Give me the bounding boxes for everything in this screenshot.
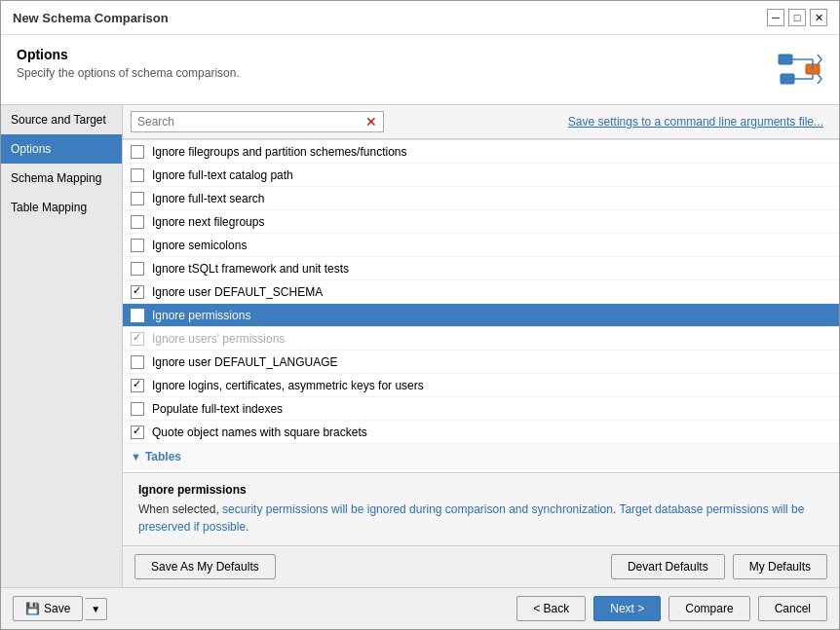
opt8-checkbox[interactable]: [131, 309, 144, 322]
option-row-ignore-users-permissions: Ignore users' permissions: [123, 327, 839, 351]
header-section: Options Specify the options of schema co…: [1, 35, 839, 104]
sidebar: Source and Target Options Schema Mapping…: [1, 105, 123, 587]
option-row-ignore-fulltext-catalog: Ignore full-text catalog path: [123, 164, 839, 187]
sidebar-item-schema-mapping[interactable]: Schema Mapping: [1, 164, 122, 193]
save-button[interactable]: 💾 Save: [13, 596, 83, 621]
search-bar: ✕ Save settings to a command line argume…: [123, 105, 839, 139]
opt9-checkbox[interactable]: [131, 332, 144, 346]
main-content: Source and Target Options Schema Mapping…: [1, 104, 839, 587]
dropdown-arrow-icon: ▼: [91, 604, 100, 614]
next-button[interactable]: Next >: [593, 596, 661, 621]
main-window: New Schema Comparison ─ □ ✕ Options Spec…: [0, 0, 840, 630]
opt3-checkbox[interactable]: [131, 192, 144, 205]
compare-button[interactable]: Compare: [668, 596, 749, 621]
devart-defaults-button[interactable]: Devart Defaults: [611, 554, 725, 579]
opt5-checkbox[interactable]: [131, 239, 144, 252]
footer: 💾 Save ▼ < Back Next > Compare Cancel: [1, 587, 839, 629]
button-row: Save As My Defaults Devart Defaults My D…: [123, 545, 839, 587]
options-list: Ignore filegroups and partition schemes/…: [123, 139, 839, 472]
option-row-ignore-logins: Ignore logins, certificates, asymmetric …: [123, 374, 839, 397]
opt6-checkbox[interactable]: [131, 262, 144, 276]
content-area: ✕ Save settings to a command line argume…: [123, 105, 839, 587]
sidebar-item-table-mapping[interactable]: Table Mapping: [1, 193, 122, 222]
svg-rect-0: [779, 55, 792, 64]
opt11-checkbox[interactable]: [131, 379, 144, 392]
option-row-ignore-user-default-schema: Ignore user DEFAULT_SCHEMA: [123, 280, 839, 304]
description-title: Ignore permissions: [138, 483, 823, 497]
minimize-button[interactable]: ─: [767, 9, 784, 26]
schema-icon: [777, 47, 823, 93]
section-arrow-icon: ▼: [131, 451, 141, 463]
opt2-checkbox[interactable]: [131, 168, 144, 182]
title-controls: ─ □ ✕: [767, 9, 827, 26]
save-cmd-link[interactable]: Save settings to a command line argument…: [568, 115, 823, 129]
option-row-ignore-filegroups: Ignore filegroups and partition schemes/…: [123, 140, 839, 164]
svg-rect-1: [781, 74, 794, 84]
search-input[interactable]: [132, 112, 360, 131]
opt7-checkbox[interactable]: [131, 285, 144, 299]
maximize-button[interactable]: □: [788, 9, 806, 26]
window-title: New Schema Comparison: [13, 11, 169, 25]
opt13-checkbox[interactable]: [131, 426, 144, 439]
opt10-checkbox[interactable]: [131, 355, 144, 369]
option-row-quote-object-names: Quote object names with square brackets: [123, 421, 839, 444]
tables-section-header[interactable]: ▼ Tables: [123, 444, 839, 469]
cancel-button[interactable]: Cancel: [758, 596, 827, 621]
option-row-ignore-semicolons: Ignore semicolons: [123, 234, 839, 257]
title-bar: New Schema Comparison ─ □ ✕: [1, 1, 839, 35]
save-dropdown-button[interactable]: ▼: [85, 598, 107, 620]
description-panel: Ignore permissions When selected, securi…: [123, 472, 839, 545]
back-button[interactable]: < Back: [516, 596, 586, 621]
option-row-ignore-tsqlt: Ignore tSQLt framework and unit tests: [123, 257, 839, 280]
option-row-populate-fulltext: Populate full-text indexes: [123, 397, 839, 421]
option-row-ignore-user-default-lang: Ignore user DEFAULT_LANGUAGE: [123, 351, 839, 374]
description-text: When selected, security permissions will…: [138, 500, 823, 536]
save-as-defaults-button[interactable]: Save As My Defaults: [134, 554, 276, 579]
sidebar-item-source-target[interactable]: Source and Target: [1, 105, 122, 134]
opt4-checkbox[interactable]: [131, 215, 144, 229]
option-row-ignore-fulltext-search: Ignore full-text search: [123, 187, 839, 210]
header-icon: [777, 47, 823, 96]
opt12-checkbox[interactable]: [131, 402, 144, 416]
option-row-ignore-next-filegroups: Ignore next filegroups: [123, 210, 839, 234]
option-row-ignore-permissions[interactable]: Ignore permissions: [123, 304, 839, 327]
search-input-wrap: ✕: [131, 111, 384, 132]
sidebar-item-options[interactable]: Options: [1, 134, 122, 164]
search-clear-button[interactable]: ✕: [360, 113, 383, 130]
page-subtitle: Specify the options of schema comparison…: [17, 66, 240, 80]
save-icon: 💾: [25, 602, 40, 615]
my-defaults-button[interactable]: My Defaults: [733, 554, 827, 579]
close-button[interactable]: ✕: [810, 9, 827, 26]
opt1-checkbox[interactable]: [131, 145, 144, 159]
page-title: Options: [17, 47, 240, 62]
